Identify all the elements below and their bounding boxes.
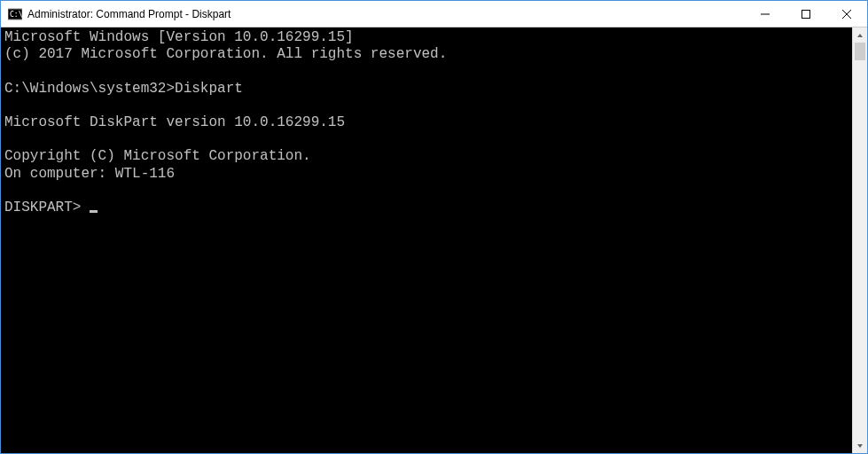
terminal-line: C:\Windows\system32>Diskpart: [4, 81, 243, 97]
cursor-icon: [90, 210, 98, 213]
content-area: Microsoft Windows [Version 10.0.16299.15…: [1, 27, 867, 453]
cmd-icon: C:\: [8, 7, 22, 21]
vertical-scrollbar[interactable]: [852, 27, 867, 453]
terminal-line: On computer: WTL-116: [4, 166, 175, 182]
terminal-line: Copyright (C) Microsoft Corporation.: [4, 148, 311, 164]
close-button[interactable]: [826, 1, 867, 27]
scroll-track[interactable]: [853, 43, 867, 438]
terminal-output[interactable]: Microsoft Windows [Version 10.0.16299.15…: [1, 27, 852, 453]
terminal-line: Microsoft DiskPart version 10.0.16299.15: [4, 114, 345, 130]
maximize-button[interactable]: [786, 1, 826, 27]
scroll-thumb[interactable]: [855, 43, 865, 60]
window-title: Administrator: Command Prompt - Diskpart: [27, 8, 745, 20]
svg-marker-7: [857, 444, 863, 448]
terminal-line: Microsoft Windows [Version 10.0.16299.15…: [4, 29, 354, 45]
terminal-prompt: DISKPART>: [4, 200, 90, 215]
titlebar[interactable]: C:\ Administrator: Command Prompt - Disk…: [1, 1, 867, 27]
minimize-button[interactable]: [745, 1, 786, 27]
svg-marker-6: [857, 34, 863, 37]
terminal-line: (c) 2017 Microsoft Corporation. All righ…: [4, 46, 447, 62]
window-controls: [745, 1, 867, 27]
scroll-down-button[interactable]: [853, 438, 867, 453]
svg-rect-3: [802, 10, 810, 18]
scroll-up-button[interactable]: [853, 27, 867, 43]
svg-text:C:\: C:\: [10, 11, 22, 19]
